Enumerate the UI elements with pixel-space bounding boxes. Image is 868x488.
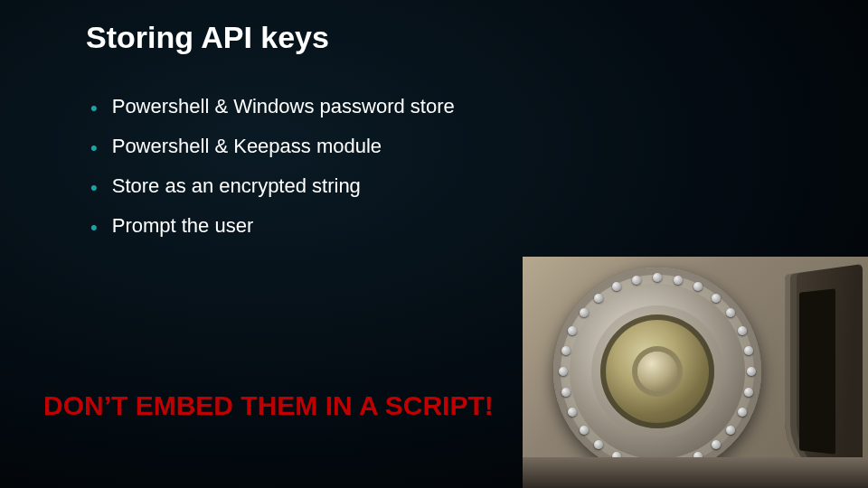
list-item: • Prompt the user (90, 214, 455, 238)
bullet-icon: • (90, 99, 98, 118)
list-item: • Powershell & Keepass module (90, 135, 455, 158)
vault-image (523, 257, 868, 488)
list-item-text: Powershell & Keepass module (112, 135, 382, 158)
bullet-icon: • (90, 178, 98, 198)
list-item-text: Prompt the user (112, 214, 254, 238)
bullet-list: • Powershell & Windows password store • … (90, 95, 455, 254)
list-item-text: Store as an encrypted string (112, 174, 361, 198)
bullet-icon: • (90, 138, 98, 158)
list-item-text: Powershell & Windows password store (112, 95, 455, 118)
bullet-icon: • (90, 218, 98, 238)
warning-text: DON’T EMBED THEM IN A SCRIPT! (43, 390, 494, 421)
slide-title: Storing API keys (86, 20, 329, 55)
list-item: • Powershell & Windows password store (90, 95, 455, 118)
list-item: • Store as an encrypted string (90, 174, 455, 198)
